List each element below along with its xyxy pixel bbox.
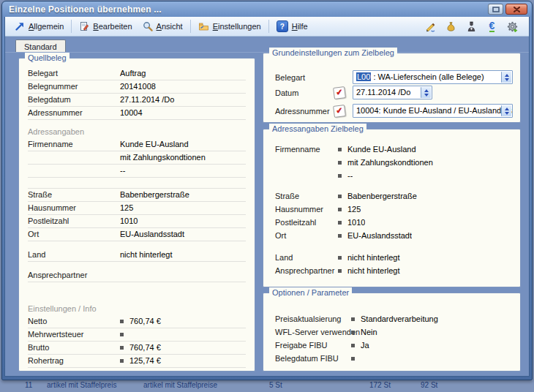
toolbar-separator — [268, 20, 269, 33]
selected-text: L00 — [356, 72, 371, 81]
field-row: Postleitzahl 1010 — [28, 215, 246, 228]
field-row: Preisaktualsierung Standardverarbeitung — [275, 312, 514, 325]
adressnummer-select[interactable]: 10004: Kunde EU-Ausland / EU-Auslandssta… — [353, 104, 513, 118]
field-label: Netto — [28, 315, 120, 328]
toolbar-separator — [190, 20, 191, 33]
field-label: Postleitzahl — [28, 215, 120, 227]
field-value: nicht hinterlegt — [120, 249, 246, 261]
field-value: 1010 — [347, 216, 365, 229]
field-value: Auftrag — [120, 67, 246, 80]
datum-input[interactable]: 27.11.2014 /Do — [353, 86, 432, 99]
toolbar-button-einstellungen[interactable]: Einstellungen — [193, 20, 266, 33]
field-row: Belegdatum 27.11.2014 /Do — [28, 94, 246, 107]
field-row: Land nicht hinterlegt — [28, 249, 246, 262]
bullet-icon — [120, 359, 124, 363]
field-value: 20141008 — [120, 80, 246, 93]
pen-icon-glyph — [425, 21, 436, 32]
field-row: Belegart Auftrag — [28, 67, 246, 80]
toolbar-button-ansicht[interactable]: Ansicht — [138, 20, 188, 33]
magnifier-icon — [143, 21, 153, 31]
help-icon: ? — [277, 20, 288, 32]
background-cell: artikel mit Staffelpreise — [143, 381, 217, 389]
toolbar: Allgemein Bearbeiten Ansicht — [5, 17, 529, 37]
field-row: Mehrwertsteuer — [28, 328, 246, 342]
field-value: 760,74 € — [129, 342, 246, 354]
restore-button[interactable] — [488, 4, 503, 15]
close-icon — [514, 7, 520, 12]
spinner-control[interactable] — [421, 87, 431, 98]
bullet-icon — [120, 333, 124, 336]
field-value: Kunde EU-Ausland — [120, 138, 246, 151]
pen-icon[interactable] — [424, 20, 437, 32]
adressnummer-row: Adressnummer ✔ 10004: Kunde EU-Ausland /… — [275, 103, 514, 118]
person-icon[interactable] — [465, 20, 478, 32]
field-label: Ansprechpartner — [28, 269, 120, 282]
field-label: Brutto — [28, 342, 120, 354]
workspace: Standard Quellbeleg Belegart Auftrag Bel… — [5, 37, 529, 376]
panel-title: Grundeinstellungen zum Zielbeleg — [269, 48, 397, 58]
close-button[interactable] — [505, 4, 527, 15]
panel-adressangaben-zielbeleg: Adressangaben Zielbeleg Firmenname Kunde… — [263, 129, 521, 287]
field-label: Postleitzahl — [275, 216, 338, 229]
field-value: 125,74 € — [129, 355, 246, 367]
titlebar[interactable]: Einzelne Positionen übernehmen ... — [4, 1, 530, 17]
spinner-control[interactable] — [501, 72, 511, 83]
field-label: Adressnummer — [275, 107, 334, 116]
background-cell: 92 St — [421, 381, 437, 389]
spinner-control[interactable] — [501, 105, 511, 116]
field-label: Adressnummer — [28, 107, 120, 119]
background-cell: artikel mit Staffelpreis — [47, 381, 116, 389]
field-label: Datum — [275, 88, 334, 97]
field-value: 125 — [120, 202, 246, 214]
checkbox-checked-icon[interactable]: ✔ — [333, 105, 346, 118]
field-row: Ansprechpartner nicht hinterlegt — [275, 264, 514, 277]
field-row: Straße Babenbergerstraße — [28, 189, 246, 202]
field-value: 1010 — [120, 215, 246, 227]
toolbar-button-allgemein[interactable]: Allgemein — [10, 20, 69, 33]
gear-glyph — [507, 21, 518, 32]
toolbar-button-hilfe[interactable]: ? Hilfe — [271, 19, 313, 34]
field-row: mit Zahlungskondtionen — [28, 151, 246, 165]
field-row: Firmenname Kunde EU-Ausland — [275, 143, 514, 156]
money-bag-glyph — [445, 21, 456, 32]
toolbar-button-bearbeiten[interactable]: Bearbeiten — [74, 20, 137, 33]
tab-standard[interactable]: Standard — [15, 39, 66, 53]
edit-notepad-icon — [79, 21, 89, 31]
bullet-icon — [338, 234, 342, 238]
bullet-icon — [338, 208, 342, 211]
bullet-icon — [338, 256, 342, 260]
field-value: nicht hinterlegt — [347, 264, 400, 277]
field-label: WFL-Server verwenden — [275, 325, 351, 339]
field-label: Land — [275, 251, 338, 264]
euro-icon[interactable]: € — [486, 20, 498, 32]
field-value: Kunde EU-Ausland — [347, 143, 416, 156]
field-row: Belegnummer 20141008 — [28, 80, 246, 94]
panel-title: Adressangaben Zielbeleg — [269, 124, 366, 134]
field-label: Preisaktualsierung — [275, 312, 351, 325]
field-row: Adressnummer 10004 — [28, 107, 246, 120]
field-row: Ort EU-Auslandsstadt — [28, 228, 246, 241]
field-row: Land nicht hinterlegt — [275, 251, 514, 264]
field-label: Belegart — [275, 73, 334, 82]
panel-quellbeleg: Quellbeleg Belegart Auftrag Belegnummer … — [18, 58, 255, 372]
field-label: Hausnummer — [275, 203, 338, 216]
money-bag-icon[interactable] — [445, 20, 457, 32]
person-glyph — [466, 21, 477, 32]
field-label: Straße — [28, 189, 120, 201]
field-label: Firmenname — [275, 143, 338, 156]
panel-optionen-parameter: Optionen / Parameter Preisaktualsierung … — [263, 293, 521, 372]
field-value: 125 — [347, 203, 361, 216]
field-label: Ort — [28, 228, 120, 241]
gear-icon[interactable] — [506, 20, 519, 32]
bullet-icon — [338, 148, 342, 151]
field-value: Standardverarbeitung — [361, 312, 438, 325]
checkbox-checked-icon[interactable]: ✔ — [333, 86, 346, 99]
panel-title: Quellbeleg — [25, 53, 69, 63]
field-value: -- — [347, 169, 353, 182]
bullet-icon — [338, 269, 342, 273]
bullet-icon — [351, 317, 355, 321]
belegart-select[interactable]: L00 : WA-Lieferschein (alle Belege) — [353, 70, 513, 84]
field-value: Babenbergerstraße — [347, 189, 417, 203]
bullet-icon — [120, 320, 124, 323]
field-row: mit Zahlungskondtionen — [275, 156, 514, 169]
